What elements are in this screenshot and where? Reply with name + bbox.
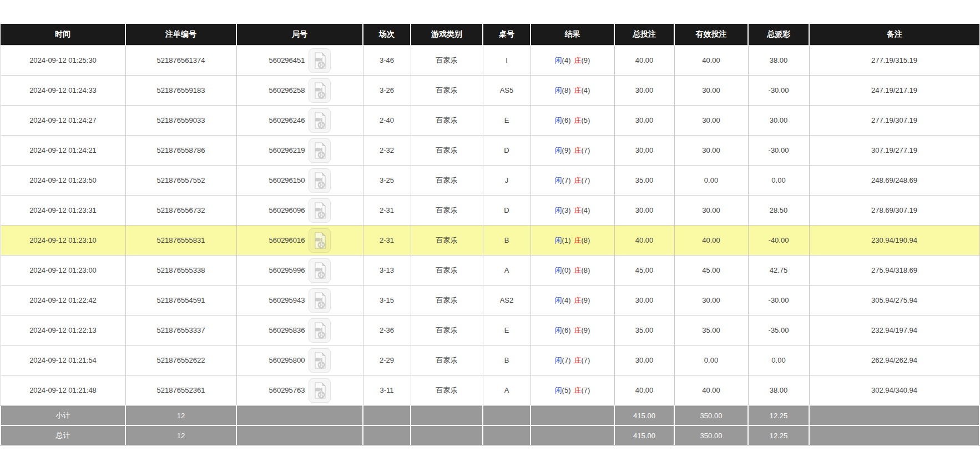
cell-remark: 278.69/307.19	[809, 196, 979, 226]
video-replay-icon[interactable]	[309, 78, 331, 103]
cell-time: 2024-09-12 01:23:10	[1, 226, 125, 255]
video-replay-icon[interactable]	[309, 378, 331, 403]
cell-time: 2024-09-12 01:21:48	[1, 375, 125, 406]
cell-result: 闲(4)庄(9)	[531, 46, 614, 76]
subtotal-empty-game	[411, 405, 483, 425]
player-result-label: 闲	[555, 326, 562, 334]
cell-bet-id: 521876552361	[125, 375, 236, 406]
video-replay-icon[interactable]	[309, 258, 331, 283]
video-replay-icon[interactable]	[309, 318, 331, 343]
cell-session: 3-15	[363, 285, 411, 315]
total-valid-bet: 350.00	[674, 425, 748, 445]
banker-result-label: 庄	[574, 176, 582, 184]
table-row[interactable]: 2024-09-12 01:23:31521876556732560296096…	[1, 196, 979, 226]
cell-remark: 230.94/190.94	[809, 226, 979, 255]
cell-round-id: 560295800	[236, 345, 363, 375]
table-row[interactable]: 2024-09-12 01:22:13521876553337560295836…	[1, 315, 979, 345]
video-replay-icon[interactable]	[309, 168, 331, 193]
cell-game-type: 百家乐	[411, 285, 483, 315]
cell-table-no: B	[483, 226, 531, 255]
table-row[interactable]: 2024-09-12 01:21:48521876552361560295763…	[1, 375, 979, 406]
cell-total-payout: -35.00	[748, 315, 809, 345]
round-id-value: 560295763	[269, 386, 305, 394]
table-row[interactable]: 2024-09-12 01:23:10521876555831560296016…	[1, 226, 979, 255]
total-total-payout: 12.25	[748, 425, 809, 445]
cell-total-bet: 30.00	[614, 345, 674, 375]
result-score: (9)	[562, 146, 571, 154]
cell-session: 3-26	[363, 76, 411, 106]
table-row[interactable]: 2024-09-12 01:23:00521876555338560295996…	[1, 255, 979, 285]
subtotal-empty-round	[236, 405, 363, 425]
cell-game-type: 百家乐	[411, 46, 483, 76]
cell-game-type: 百家乐	[411, 136, 483, 166]
cell-round-id: 560296096	[236, 196, 363, 226]
cell-result: 闲(1)庄(8)	[531, 226, 614, 255]
total-empty-result	[531, 425, 614, 445]
cell-total-payout: 38.00	[748, 46, 809, 76]
table-row[interactable]: 2024-09-12 01:21:54521876552622560295800…	[1, 345, 979, 375]
banker-result-label: 庄	[574, 206, 582, 214]
cell-remark: 277.19/307.19	[809, 106, 979, 136]
video-replay-icon[interactable]	[309, 348, 331, 373]
round-id-value: 560296096	[269, 206, 305, 214]
cell-valid-bet: 30.00	[674, 136, 748, 166]
table-row[interactable]: 2024-09-12 01:24:21521876558786560296219…	[1, 136, 979, 166]
video-replay-icon[interactable]	[309, 138, 331, 163]
cell-bet-id: 521876554591	[125, 285, 236, 315]
cell-round-id: 560295996	[236, 255, 363, 285]
subtotal-empty-result	[531, 405, 614, 425]
cell-total-payout: 0.00	[748, 166, 809, 196]
player-result-label: 闲	[555, 386, 562, 394]
cell-remark: 262.94/262.94	[809, 345, 979, 375]
result-score: (5)	[562, 386, 571, 394]
round-id-value: 560296258	[269, 86, 305, 94]
cell-bet-id: 521876559183	[125, 76, 236, 106]
cell-total-payout: -30.00	[748, 285, 809, 315]
cell-round-id: 560296246	[236, 106, 363, 136]
cell-total-payout: 28.50	[748, 196, 809, 226]
round-id-wrap: 560295763	[239, 378, 361, 403]
round-id-value: 560296246	[269, 116, 305, 124]
video-replay-icon[interactable]	[309, 198, 331, 223]
banker-result-label: 庄	[574, 386, 582, 394]
subtotal-empty-remark	[809, 405, 979, 425]
cell-round-id: 560295836	[236, 315, 363, 345]
result-score: (1)	[562, 236, 571, 244]
cell-game-type: 百家乐	[411, 106, 483, 136]
cell-total-bet: 40.00	[614, 46, 674, 76]
player-result-label: 闲	[555, 86, 562, 94]
cell-valid-bet: 30.00	[674, 106, 748, 136]
video-replay-icon[interactable]	[309, 288, 331, 313]
banker-result-label: 庄	[574, 116, 582, 124]
round-id-wrap: 560296258	[239, 78, 361, 103]
subtotal-label: 小计	[1, 405, 125, 425]
table-row[interactable]: 2024-09-12 01:22:42521876554591560295943…	[1, 285, 979, 315]
player-result-label: 闲	[555, 146, 562, 154]
cell-bet-id: 521876555338	[125, 255, 236, 285]
cell-game-type: 百家乐	[411, 76, 483, 106]
cell-round-id: 560296258	[236, 76, 363, 106]
table-row[interactable]: 2024-09-12 01:24:27521876559033560296246…	[1, 106, 979, 136]
table-row[interactable]: 2024-09-12 01:24:33521876559183560296258…	[1, 76, 979, 106]
cell-total-payout: 38.00	[748, 375, 809, 406]
cell-time: 2024-09-12 01:23:31	[1, 196, 125, 226]
video-replay-icon[interactable]	[309, 108, 331, 133]
cell-round-id: 560296219	[236, 136, 363, 166]
video-replay-icon[interactable]	[309, 48, 331, 73]
total-empty-round	[236, 425, 363, 445]
player-result-label: 闲	[555, 206, 562, 214]
cell-round-id: 560296150	[236, 166, 363, 196]
cell-remark: 277.19/315.19	[809, 46, 979, 76]
video-replay-icon[interactable]	[309, 228, 331, 253]
subtotal-total-payout: 12.25	[748, 405, 809, 425]
cell-table-no: A	[483, 255, 531, 285]
table-row[interactable]: 2024-09-12 01:25:30521876561374560296451…	[1, 46, 979, 76]
cell-time: 2024-09-12 01:21:54	[1, 345, 125, 375]
column-header-valid-bet: 有效投注	[674, 24, 748, 46]
banker-result-label: 庄	[574, 146, 582, 154]
cell-round-id: 560296451	[236, 46, 363, 76]
cell-bet-id: 521876558786	[125, 136, 236, 166]
cell-remark: 307.19/277.19	[809, 136, 979, 166]
table-row[interactable]: 2024-09-12 01:23:50521876557552560296150…	[1, 166, 979, 196]
player-result-label: 闲	[555, 56, 562, 64]
